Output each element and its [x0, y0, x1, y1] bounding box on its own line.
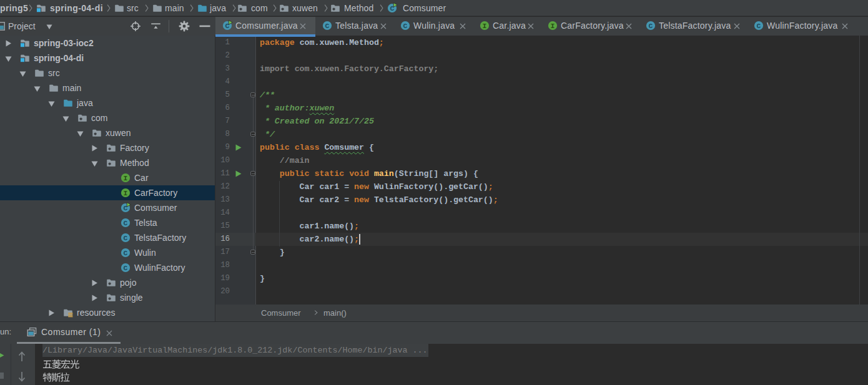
svg-text:C: C [124, 250, 128, 257]
svg-text:C: C [124, 220, 128, 227]
svg-text:I: I [124, 175, 128, 182]
svg-text:I: I [483, 22, 487, 30]
svg-text:I: I [124, 190, 128, 197]
svg-text:C: C [403, 22, 408, 30]
svg-text:C: C [325, 22, 330, 30]
svg-text:I: I [551, 22, 555, 30]
svg-text:C: C [124, 265, 128, 272]
svg-text:C: C [757, 22, 761, 30]
svg-text:C: C [649, 22, 653, 30]
svg-text:C: C [124, 235, 128, 242]
